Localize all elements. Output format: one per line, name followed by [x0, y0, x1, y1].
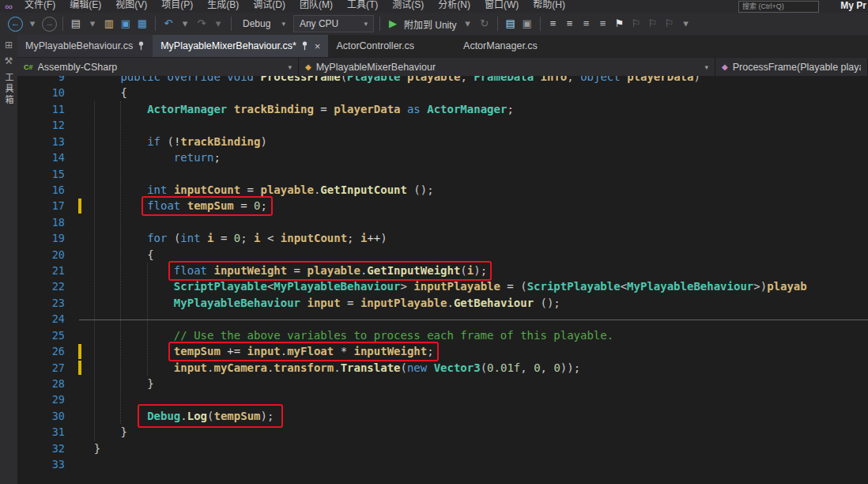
attach-to-unity-dropdown[interactable]: ▾: [461, 16, 475, 32]
toolbox-vertical-tab[interactable]: 工具箱: [2, 73, 15, 106]
window-title-fragment: My Pr: [840, 0, 866, 11]
tab-label: ActorController.cs: [336, 40, 414, 51]
search-input[interactable]: 搜索 (Ctrl+Q): [738, 1, 819, 13]
nav-forward-button[interactable]: →: [42, 17, 57, 32]
configuration-combo[interactable]: Debug▾: [237, 16, 291, 32]
close-icon[interactable]: ×: [315, 40, 321, 52]
nav-back-dropdown[interactable]: ▾: [25, 16, 40, 32]
menu-item-2[interactable]: 视图(V): [108, 0, 154, 12]
tab-myplayablebehaviour[interactable]: MyPlayableBehaviour.cs: [17, 35, 153, 57]
code-line-26[interactable]: 26 tempSum += input.myFloat * inputWeigh…: [17, 343, 868, 359]
hot-reload-button[interactable]: ↻: [477, 16, 492, 32]
menu-item-8[interactable]: 测试(S): [385, 0, 431, 12]
project-dropdown[interactable]: C# Assembly-CSharp ▾: [17, 58, 299, 76]
code-line-23[interactable]: 23 MyPlayableBehaviour input = inputPlay…: [17, 295, 868, 311]
code-line-16[interactable]: 16 int inputCount = playable.GetInputCou…: [17, 182, 868, 198]
menu-item-7[interactable]: 工具(T): [340, 0, 385, 12]
code-line-32[interactable]: 32 }: [17, 441, 868, 456]
code-line-33[interactable]: 33: [17, 456, 868, 472]
undo-dropdown[interactable]: ▾: [178, 16, 192, 32]
code-line-15[interactable]: 15: [17, 166, 868, 182]
next-bookmark-button[interactable]: ⚐: [646, 16, 660, 32]
code-line-9[interactable]: 9 public override void ProcessFrame(Play…: [17, 76, 868, 85]
line-number: 30: [17, 408, 66, 424]
toolbar-separator: [379, 17, 380, 31]
code-line-31[interactable]: 31 }: [17, 424, 868, 440]
tab-actorcontroller[interactable]: ActorController.cs: [328, 35, 422, 57]
menu-item-10[interactable]: 窗口(W): [477, 0, 526, 12]
type-dropdown[interactable]: ◆ MyPlayableMixerBehaviour ▾: [299, 58, 715, 76]
indent-increase-button[interactable]: ≡: [563, 16, 577, 32]
chevron-down-icon: ▾: [364, 20, 368, 28]
line-number: 16: [17, 182, 66, 198]
code-line-12[interactable]: 12: [17, 117, 868, 133]
code-line-20[interactable]: 20 {: [17, 247, 868, 263]
menu-item-11[interactable]: 帮助(H): [526, 0, 572, 12]
nav-back-button[interactable]: ←: [8, 17, 23, 32]
comment-button[interactable]: ≡: [579, 16, 594, 32]
save-all-button[interactable]: ▦: [135, 16, 149, 32]
console-window-button[interactable]: ▣: [520, 16, 534, 32]
code-line-14[interactable]: 14 return;: [17, 149, 868, 165]
tab-actormanager[interactable]: ActorManager.cs: [455, 35, 545, 57]
new-file-button[interactable]: ▤: [69, 16, 83, 32]
bookmark-button[interactable]: ⚑: [613, 16, 627, 32]
redo-dropdown[interactable]: ▾: [211, 16, 225, 32]
clear-bookmarks-button[interactable]: ⚐: [662, 16, 677, 32]
code-line-17[interactable]: 17 float tempSum = 0;: [17, 198, 868, 214]
platform-combo[interactable]: Any CPU▾: [293, 15, 374, 32]
code-line-30[interactable]: 30 Debug.Log(tempSum);: [17, 408, 868, 424]
toolbar-separator: [155, 17, 156, 31]
toolbar-overflow-button[interactable]: ▾: [679, 16, 693, 32]
prev-bookmark-button[interactable]: ⚐: [629, 16, 643, 32]
line-number: 23: [17, 295, 66, 311]
redo-button[interactable]: ↷: [194, 16, 209, 32]
pin-icon[interactable]: [138, 41, 145, 51]
save-button[interactable]: ▣: [119, 16, 133, 32]
undo-button[interactable]: ↶: [161, 16, 175, 32]
code-line-21[interactable]: 21 float inputWeight = playable.GetInput…: [17, 263, 868, 278]
visual-studio-logo-icon: ∞: [0, 0, 17, 13]
code-line-19[interactable]: 19 for (int i = 0; i < inputCount; i++): [17, 230, 868, 246]
code-line-10[interactable]: 10 {: [17, 85, 868, 100]
code-line-25[interactable]: 25 // Use the above variables to process…: [17, 327, 868, 343]
code-line-22[interactable]: 22 ScriptPlayable<MyPlayableBehaviour> i…: [17, 278, 868, 294]
toolbar-items: ←▾→▤▾▥▣▦↶▾↷▾Debug▾Any CPU▾▶附加到 Unity▾↻▤▣…: [8, 15, 693, 32]
menu-item-1[interactable]: 编辑(E): [62, 0, 108, 12]
code-line-28[interactable]: 28 }: [17, 376, 868, 391]
member-dropdown[interactable]: ◆ ProcessFrame(Playable playab: [715, 58, 868, 76]
code-line-27[interactable]: 27 input.myCamera.transform.Translate(ne…: [17, 360, 868, 376]
line-number: 26: [17, 343, 66, 359]
tab-myplayablemixerbehaviour[interactable]: MyPlayableMixerBehaviour.cs* ×: [153, 35, 328, 57]
toolbox-icon[interactable]: ⊞: [0, 40, 17, 51]
attach-to-unity-button[interactable]: ▶: [386, 16, 400, 32]
menu-item-4[interactable]: 生成(B): [200, 0, 246, 12]
code-text: }: [67, 376, 154, 391]
menu-item-9[interactable]: 分析(N): [431, 0, 477, 12]
new-file-dropdown[interactable]: ▾: [85, 16, 100, 32]
code-editor[interactable]: 9 public override void ProcessFrame(Play…: [17, 76, 868, 484]
class-icon: ◆: [305, 62, 311, 71]
line-number: 27: [17, 360, 66, 376]
code-line-13[interactable]: 13 if (!trackBinding): [17, 134, 868, 149]
left-tool-strip: ⊞ ⚒ 工具箱: [0, 35, 17, 484]
pin-icon[interactable]: [301, 41, 308, 51]
menu-item-3[interactable]: 项目(P): [154, 0, 200, 12]
server-explorer-icon[interactable]: ⚒: [0, 55, 17, 66]
line-number: 14: [17, 149, 66, 165]
line-number: 13: [17, 134, 66, 149]
menu-item-0[interactable]: 文件(F): [17, 0, 62, 12]
indent-decrease-button[interactable]: ≡: [546, 16, 560, 32]
open-file-button[interactable]: ▥: [102, 16, 116, 32]
preview-button[interactable]: ▤: [504, 16, 518, 32]
code-line-24[interactable]: 24: [17, 311, 868, 327]
code-line-29[interactable]: 29: [17, 391, 868, 407]
code-line-11[interactable]: 11 ActorManager trackBinding = playerDat…: [17, 101, 868, 117]
combo-value: Any CPU: [300, 18, 338, 29]
toolbar-separator: [62, 17, 63, 31]
code-line-18[interactable]: 18: [17, 214, 868, 230]
menu-item-5[interactable]: 调试(D): [246, 0, 292, 12]
menu-item-6[interactable]: 团队(M): [292, 0, 340, 12]
line-number: 17: [17, 198, 66, 214]
uncomment-button[interactable]: ≡: [596, 16, 610, 32]
